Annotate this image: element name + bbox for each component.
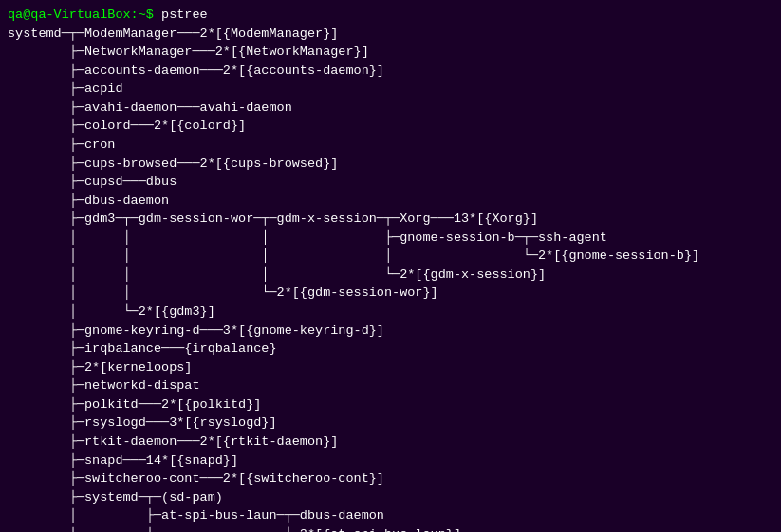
terminal-line: ├─cupsd───dbus (8, 173, 773, 192)
terminal-line: ├─acpid (8, 80, 773, 99)
terminal-line: ├─networkd-dispat (8, 376, 773, 395)
terminal-line: ├─irqbalance───{irqbalance} (8, 339, 773, 358)
terminal-line: ├─accounts-daemon───2*[{accounts-daemon}… (8, 62, 773, 81)
terminal-line: ├─gnome-keyring-d───3*[{gnome-keyring-d}… (8, 321, 773, 340)
terminal-line: ├─snapd───14*[{snapd}] (8, 451, 773, 470)
terminal-line: │ │ │ └─2*[{gdm-x-session}] (8, 266, 773, 284)
terminal-line: ├─dbus-daemon (8, 192, 773, 211)
output-area: systemd─┬─ModemManager───2*[{ModemManage… (8, 25, 773, 532)
prompt-line: qa@qa-VirtualBox:~$ pstree (8, 6, 773, 25)
terminal-line: ├─cups-browsed───2*[{cups-browsed}] (8, 155, 773, 174)
terminal-window: qa@qa-VirtualBox:~$ pstree systemd─┬─Mod… (0, 0, 781, 532)
terminal-line: │ │ │ │ └─2*[{gnome-session-b}] (8, 247, 773, 266)
terminal-line: systemd─┬─ModemManager───2*[{ModemManage… (8, 25, 773, 44)
terminal-line: ├─avahi-daemon───avahi-daemon (8, 99, 773, 118)
terminal-line: │ │ └─2*[{gdm-session-wor}] (8, 284, 773, 303)
terminal-line: │ │ │ ├─gnome-session-b─┬─ssh-agent (8, 229, 773, 248)
terminal-line: ├─rsyslogd───3*[{rsyslogd}] (8, 413, 773, 432)
prompt: qa@qa-VirtualBox:~$ (8, 8, 161, 22)
terminal-line: ├─rtkit-daemon───2*[{rtkit-daemon}] (8, 432, 773, 451)
terminal-line: ├─switcheroo-cont───2*[{switcheroo-cont}… (8, 469, 773, 488)
terminal-line: │ └─2*[{gdm3}] (8, 303, 773, 321)
command: pstree (161, 8, 208, 22)
terminal-line: ├─colord───2*[{colord}] (8, 117, 773, 136)
terminal-line: │ │ └─3*[{at-spi-bus-laun}] (8, 525, 773, 532)
terminal-line: ├─polkitd───2*[{polkitd}] (8, 395, 773, 414)
terminal-line: ├─NetworkManager───2*[{NetworkManager}] (8, 43, 773, 62)
terminal-line: ├─cron (8, 136, 773, 155)
terminal-line: ├─2*[kerneloops] (8, 358, 773, 377)
terminal-line: ├─gdm3─┬─gdm-session-wor─┬─gdm-x-session… (8, 210, 773, 229)
terminal-line: ├─systemd─┬─(sd-pam) (8, 488, 773, 507)
terminal-line: │ ├─at-spi-bus-laun─┬─dbus-daemon (8, 506, 773, 525)
